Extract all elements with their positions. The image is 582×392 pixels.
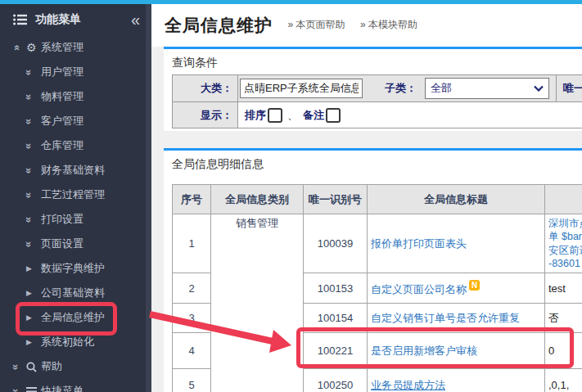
chevron-down-icon: »	[24, 191, 34, 197]
sidebar-item-warehouse-mgmt[interactable]: » 仓库管理	[0, 133, 151, 158]
sub-category-select[interactable]: 全部	[425, 78, 549, 99]
search-icon	[26, 362, 37, 372]
sidebar-item-label: 系统管理	[41, 40, 83, 55]
row-value: 否	[545, 304, 582, 333]
hamburger-icon	[26, 387, 37, 392]
sidebar-item-system-mgmt[interactable]: » ⚙ 系统管理	[0, 35, 151, 60]
sidebar-item-user-mgmt[interactable]: » 用户管理	[0, 60, 151, 84]
triangle-right-icon: ▶	[26, 289, 32, 297]
chevron-down-icon	[534, 85, 544, 92]
sidebar-item-page-settings[interactable]: » 页面设置	[0, 232, 151, 256]
chevron-down-icon: »	[24, 241, 34, 246]
sidebar-item-material-mgmt[interactable]: » 物料管理	[0, 84, 151, 109]
triangle-right-icon: ▶	[26, 313, 32, 322]
module-help-link[interactable]: » 本模块帮助	[360, 18, 417, 32]
sidebar-item-label: 全局信息维护	[41, 310, 105, 325]
main-content: 全局信息维护 » 本页面帮助 » 本模块帮助 查询条件 大类： 子类： 全部	[151, 4, 582, 392]
sidebar-header: 功能菜单 «	[0, 4, 151, 35]
remark-checkbox[interactable]	[326, 108, 341, 123]
sidebar-item-label: 页面设置	[41, 237, 83, 251]
sidebar-title: 功能菜单	[35, 12, 131, 27]
query-row-display: 显示： 排序 、 备注	[173, 102, 582, 128]
gear-icon: ⚙	[26, 42, 37, 53]
sidebar-item-process-mgmt[interactable]: » 工艺过程管理	[0, 182, 151, 207]
chevron-down-icon: »	[24, 118, 34, 124]
row-uid: 100039	[304, 214, 368, 273]
category-cell: 销售管理	[211, 214, 304, 392]
display-options: 排序 、 备注	[238, 108, 342, 123]
query-panel: 查询条件 大类： 子类： 全部 唯一识别号： 显示：	[164, 47, 582, 131]
row-uid: 100221	[304, 333, 368, 369]
global-info-table: 序号 全局信息类别 唯一识别号 全局信息标题 1 销售管理 100039 报价单…	[172, 184, 582, 392]
row-value: 深圳市点 单 $bar 安区前进 -83601	[548, 218, 582, 270]
sidebar-item-label: 物料管理	[41, 89, 83, 104]
row-title-link[interactable]: 自定义销售订单号是否允许重复	[371, 312, 520, 324]
collapse-sidebar-icon[interactable]: «	[131, 11, 140, 28]
sidebar-item-data-dictionary[interactable]: ▶ 数据字典维护	[0, 256, 151, 281]
panel-gap	[151, 128, 582, 148]
sidebar-item-label: 帮助	[41, 359, 62, 374]
sidebar-item-help[interactable]: » 帮助	[0, 354, 151, 379]
sidebar-item-label: 仓库管理	[41, 138, 83, 153]
unique-id-label: 唯一识别号：	[557, 81, 582, 96]
row-seq: 4	[173, 333, 211, 369]
chevron-up-icon: »	[11, 44, 21, 50]
sidebar-item-finance-basics[interactable]: » 财务基础资料	[0, 158, 151, 182]
chevron-down-icon: »	[24, 142, 34, 148]
sidebar-item-label: 数据字典维护	[41, 261, 105, 276]
table-row: 1 销售管理 100039 报价单打印页面表头 深圳市点 单 $bar 安区前进…	[173, 214, 582, 273]
triangle-right-icon: ▶	[26, 264, 32, 273]
row-uid: 100154	[304, 304, 368, 333]
chevron-down-icon: »	[11, 363, 21, 369]
row-uid: 100250	[304, 369, 368, 392]
col-seq: 序号	[173, 185, 211, 214]
sort-checkbox[interactable]	[268, 108, 282, 123]
sidebar-item-label: 客户管理	[41, 114, 83, 128]
row-title-link[interactable]: 业务员提成方法	[371, 379, 445, 391]
sidebar-item-label: 用户管理	[41, 65, 83, 79]
sidebar-item-quick-menu[interactable]: » 快捷菜单	[0, 379, 151, 392]
sidebar-item-print-settings[interactable]: » 打印设置	[0, 207, 151, 232]
option-separator: 、	[287, 108, 298, 123]
remark-option-label: 备注	[303, 108, 324, 123]
row-title-link[interactable]: 是否启用新增客户审核	[371, 345, 477, 357]
erp-window: 功能菜单 « » ⚙ 系统管理 » 用户管理 » 物料管理 » 客户管理 » 仓…	[0, 0, 582, 392]
sidebar-scrollbar[interactable]	[146, 4, 151, 392]
sidebar-item-system-init[interactable]: ▶ 系统初始化	[0, 330, 151, 354]
row-seq: 1	[173, 214, 211, 273]
chevron-down-icon: »	[24, 167, 34, 173]
row-seq: 2	[173, 273, 211, 304]
major-category-input[interactable]	[240, 79, 363, 98]
row-title-link[interactable]: 报价单打印页面表头	[371, 237, 467, 250]
triangle-right-icon: ▶	[26, 338, 32, 346]
chevron-down-icon: »	[11, 388, 21, 392]
sub-category-selected-value: 全部	[431, 81, 452, 96]
query-panel-title: 查询条件	[164, 49, 582, 70]
new-badge-icon: N	[469, 280, 480, 291]
sidebar-item-label: 系统初始化	[41, 335, 94, 349]
sidebar-item-company-basics[interactable]: ▶ 公司基础资料	[0, 281, 151, 305]
content-left-margin	[151, 47, 164, 392]
sidebar: 功能菜单 « » ⚙ 系统管理 » 用户管理 » 物料管理 » 客户管理 » 仓…	[0, 4, 151, 392]
sort-option-label: 排序	[245, 108, 266, 123]
chevron-down-icon: »	[24, 93, 34, 99]
row-seq: 5	[173, 369, 211, 392]
page-title: 全局信息维护	[165, 14, 273, 37]
sub-category-label: 子类：	[363, 81, 422, 96]
display-label: 显示：	[173, 102, 238, 128]
menu-list-icon	[13, 14, 27, 25]
col-title: 全局信息标题	[368, 185, 545, 214]
col-category: 全局信息类别	[211, 185, 304, 214]
page-header: 全局信息维护 » 本页面帮助 » 本模块帮助	[165, 14, 417, 37]
major-category-label: 大类：	[173, 75, 238, 101]
sidebar-item-label: 工艺过程管理	[41, 187, 105, 202]
row-seq: 3	[173, 304, 211, 333]
sidebar-item-global-info[interactable]: ▶ 全局信息维护	[0, 305, 151, 330]
sidebar-item-label: 财务基础资料	[41, 163, 105, 178]
row-uid: 100153	[304, 273, 368, 304]
page-help-link[interactable]: » 本页面帮助	[287, 18, 345, 32]
sidebar-item-customer-mgmt[interactable]: » 客户管理	[0, 109, 151, 133]
row-title-link[interactable]: 自定义页面公司名称	[371, 283, 467, 295]
col-unique-id: 唯一识别号	[304, 185, 368, 214]
query-row-category: 大类： 子类： 全部 唯一识别号：	[173, 75, 582, 102]
